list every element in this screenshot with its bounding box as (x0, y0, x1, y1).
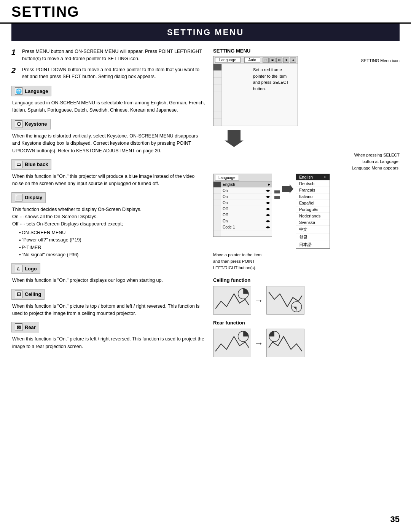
rear-after-svg (267, 329, 304, 357)
language-label: 🌐 Language (11, 86, 51, 96)
lang-val-on2: On (223, 195, 228, 199)
ceiling-before-img (213, 286, 251, 315)
logo-label: L Logo (11, 263, 40, 274)
language-icon: 🌐 (15, 87, 22, 95)
section-title: SETTING MENU (11, 27, 400, 37)
lang-row-5: Off ◀▶ (221, 206, 272, 212)
menu-icon-1: ⬚ (263, 58, 269, 63)
lang-row-6: Off ◀▶ (221, 212, 272, 218)
lang-menu-header: Language (213, 174, 272, 182)
sidebar-row-4 (213, 85, 221, 91)
sep-bar-1 (274, 190, 280, 193)
page-title: SETTING (11, 4, 400, 20)
lang-s6 (213, 212, 221, 218)
display-icon: ⬜ (15, 194, 22, 201)
down-arrow (213, 130, 400, 148)
ceiling-after-svg (267, 286, 304, 314)
display-desc-off: Off ···· sets On-Screen Displays disappe… (12, 220, 206, 228)
svg-marker-0 (225, 130, 244, 147)
steps: 1 Press MENU button and ON-SCREEN MENU w… (11, 48, 206, 80)
sidebar-row-5 (213, 91, 221, 98)
left-column: 1 Press MENU button and ON-SCREEN MENU w… (11, 48, 206, 363)
section-rear: ⊠ Rear When this function is "On," pictu… (11, 322, 206, 350)
blue-back-icon: ▭ (15, 161, 22, 168)
blue-back-desc: When this function is "On," this project… (12, 173, 206, 188)
menu-icon-5: ◈ (290, 58, 296, 63)
lang-s3 (213, 194, 221, 200)
section-language: 🌐 Language Language used in ON-SCREEN ME… (11, 86, 206, 114)
menu-auto-label: Auto (244, 57, 261, 63)
language-desc: Language used in ON-SCREEN MENU is selec… (12, 99, 206, 114)
rear-after-img (266, 329, 304, 357)
section-blue-back: ▭ Blue back When this function is "On," … (11, 159, 206, 188)
step-2-num: 2 (11, 66, 19, 75)
lang-s4 (213, 200, 221, 206)
lang-menu-body: English ▶ On ◀▶ On ◀▶ On (213, 182, 272, 236)
lang-menu-box: Language (213, 174, 272, 237)
svg-marker-1 (282, 184, 293, 193)
ceiling-arrow: → (254, 295, 263, 306)
lang-list-francais: Français (296, 187, 330, 193)
lang-val-off2: Off (223, 213, 228, 217)
lang-row-3: On ◀▶ (221, 194, 272, 200)
lang-list-chinese: 中文 (296, 226, 330, 233)
lang-s1 (213, 182, 221, 188)
menu-sidebar (213, 64, 222, 126)
page-number: 35 (390, 514, 400, 524)
section-display: ⬜ Display This function decides whether … (11, 192, 206, 259)
sep-bar-2 (274, 196, 280, 199)
when-pressing-note: When pressing SELECT button at Language,… (213, 152, 400, 171)
ceiling-function-section: Ceiling function → (213, 277, 400, 315)
arrow-svg (225, 130, 244, 147)
logo-icon: L (15, 265, 22, 272)
separator (274, 174, 280, 204)
step-1-num: 1 (11, 48, 19, 56)
lang-list-korean: 한글 (296, 233, 330, 241)
list-item: "No signal" message (P36) (19, 251, 206, 259)
top-menu-area: Language Auto ⬚ ▣ ◧ ◨ ◈ (213, 56, 400, 127)
lang-val-on1: On (223, 189, 228, 193)
step-2: 2 Press POINT DOWN button to move a red-… (11, 66, 206, 81)
menu-icon-4: ◨ (283, 58, 289, 63)
lang-val-off1: Off (223, 207, 228, 211)
lang-val-on4: On (223, 219, 228, 223)
sidebar-row-7 (213, 105, 221, 112)
rear-before-svg (213, 329, 251, 357)
sidebar-row-9 (213, 119, 221, 126)
keystone-desc: When the image is distorted vertically, … (12, 133, 206, 155)
list-item: P-TIMER (19, 244, 206, 251)
ceiling-function-images: → (213, 286, 400, 315)
keystone-label: ⬡ Keystone (11, 119, 51, 129)
lang-row-4: On ◀▶ (221, 200, 272, 206)
display-label: ⬜ Display (11, 192, 46, 203)
lang-row-9 (221, 230, 272, 236)
lang-arrow-right (282, 174, 293, 193)
rear-function-section: Rear function → (213, 320, 400, 357)
right-column: SETTING MENU Language Auto ⬚ ▣ ◧ ◨ ◈ (213, 48, 400, 363)
lang-list-espanol: Español (296, 200, 330, 206)
rear-arrow: → (254, 338, 263, 348)
callout-right-text: SETTING Menu icon (361, 58, 400, 64)
lang-list-deutsch: Deutsch (296, 181, 330, 187)
ceiling-icon: ⊡ (15, 291, 22, 298)
ceiling-after-img (266, 286, 304, 315)
rear-label: ⊠ Rear (11, 322, 39, 332)
rear-icon: ⊠ (15, 323, 22, 331)
list-item: ON-SCREEN MENU (19, 229, 206, 236)
lang-list-portugues: Português (296, 206, 330, 213)
lang-s2 (213, 188, 221, 194)
rear-function-images: → (213, 329, 400, 357)
lang-val-code1: Code 1 (223, 225, 235, 229)
move-pointer-note: Move a pointer to the item and then pres… (213, 252, 400, 271)
svg-rect-4 (267, 286, 304, 314)
section-logo: L Logo When this function is "On," proje… (11, 263, 206, 284)
ceiling-label: ⊡ Ceiling (11, 289, 45, 300)
display-desc-main: This function decides whether to display… (12, 206, 206, 213)
sidebar-row-3 (213, 78, 221, 85)
rear-before-img (213, 329, 251, 357)
page-header: SETTING (0, 0, 411, 24)
lang-row-8: Code 1 ◀▶ (221, 224, 272, 230)
sidebar-row-1 (213, 64, 221, 71)
ceiling-desc: When this function is "On," picture is t… (12, 303, 206, 318)
lang-row-7: On ◀▶ (221, 218, 272, 224)
